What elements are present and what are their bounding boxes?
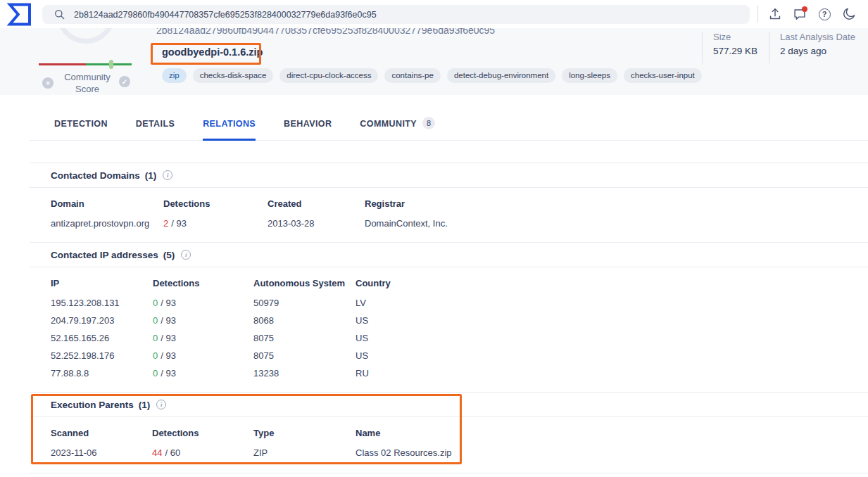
ip-link[interactable]: 204.79.197.203 [51, 315, 153, 326]
detections-value: 0/ 93 [153, 315, 253, 326]
tab-detection[interactable]: DETECTION [54, 118, 108, 141]
file-tag[interactable]: long-sleeps [562, 68, 617, 83]
execution-parents-section: Execution Parents (1) Scanned Detections… [30, 392, 868, 462]
score-slider-handle[interactable] [109, 60, 113, 69]
contacted-domains-title-row: Contacted Domains (1) [30, 163, 868, 188]
ip-link[interactable]: 77.88.8.8 [51, 368, 153, 379]
ip-link[interactable]: 195.123.208.131 [51, 298, 153, 308]
domain-link[interactable]: antizapret.prostovpn.org [51, 218, 163, 229]
column-header: Autonomous System [253, 278, 356, 288]
asn-value: 8068 [253, 315, 356, 326]
country-value: US [356, 333, 868, 343]
file-summary-header: Community Score 2b8124aad279860fb4904477… [0, 28, 868, 95]
file-tag[interactable]: direct-cpu-clock-access [279, 68, 378, 83]
tab-details[interactable]: DETAILS [136, 118, 175, 141]
file-tag[interactable]: checks-user-input [624, 68, 702, 83]
tab-community[interactable]: COMMUNITY 8 [360, 118, 435, 141]
country-value: RU [356, 368, 868, 379]
search-input[interactable] [74, 10, 741, 20]
file-tags: zip checks-disk-space direct-cpu-clock-a… [162, 68, 702, 83]
column-header: Created [268, 198, 365, 209]
virustotal-file-report-page: Community Score 2b8124aad279860fb4904477… [0, 0, 868, 477]
execution-parents-table: Scanned Detections Type Name 2023-11-06 … [30, 417, 868, 462]
asn-value: 13238 [253, 368, 356, 379]
detections-value: 0/ 93 [153, 368, 253, 379]
contacted-domains-table: Domain Detections Created Registrar anti… [30, 188, 868, 232]
file-tag[interactable]: detect-debug-environment [447, 68, 555, 83]
type-value: ZIP [253, 447, 356, 458]
topbar-actions [766, 5, 858, 23]
column-header: IP [51, 278, 153, 288]
column-header: Country [356, 278, 868, 288]
section-count: (5) [163, 250, 175, 260]
file-tag[interactable]: contains-pe [384, 68, 440, 83]
column-header: Registrar [365, 198, 868, 209]
country-value: US [356, 350, 868, 361]
created-value: 2013-03-28 [268, 218, 365, 229]
scanned-value: 2023-11-06 [51, 447, 152, 458]
notification-dot [802, 6, 807, 12]
file-name: goodbyedpi-0.1.6.zip [162, 46, 263, 58]
table-row: 77.88.8.8 0/ 93 13238 RU [51, 364, 868, 382]
size-value: 577.29 KB [713, 46, 757, 56]
detections-value: 0/ 93 [153, 298, 253, 308]
score-slider-red-segment [39, 63, 86, 65]
feedback-button[interactable] [791, 5, 809, 23]
asn-value: 8075 [253, 350, 356, 361]
info-icon[interactable] [163, 170, 172, 180]
table-header-row: Scanned Detections Type Name [51, 426, 868, 440]
section-title: Execution Parents [51, 400, 134, 410]
column-header: Scanned [51, 428, 152, 438]
upload-icon [767, 6, 783, 22]
column-header: Type [253, 428, 356, 438]
table-header-row: Domain Detections Created Registrar [51, 196, 868, 210]
upload-button[interactable] [766, 5, 784, 23]
table-header-row: IP Detections Autonomous System Country [51, 276, 868, 290]
table-row: 52.165.165.26 0/ 93 8075 US [51, 329, 868, 347]
help-button[interactable] [815, 5, 834, 23]
section-count: (1) [139, 400, 151, 410]
detections-value: 2/ 93 [163, 218, 268, 229]
search-bar[interactable] [42, 5, 750, 24]
vote-harmless-button[interactable] [119, 76, 130, 87]
detections-value: 0/ 93 [153, 350, 253, 361]
tab-relations[interactable]: RELATIONS [203, 118, 256, 141]
registrar-value: DomainContext, Inc. [365, 218, 868, 229]
tab-behavior[interactable]: BEHAVIOR [284, 118, 332, 141]
asn-value: 50979 [253, 298, 356, 308]
last-analysis-date-value: 2 days ago [780, 46, 826, 56]
execution-parents-title-row: Execution Parents (1) [30, 392, 868, 417]
topbar-divider [757, 6, 758, 23]
info-icon[interactable] [156, 400, 166, 409]
section-title: Contacted IP addresses [51, 250, 158, 260]
file-tag[interactable]: zip [162, 68, 187, 83]
community-score-label: Community Score [55, 71, 120, 95]
section-title: Contacted Domains [51, 170, 140, 181]
vt-logo-icon[interactable] [6, 2, 33, 27]
size-label: Size [713, 32, 731, 42]
column-header: Domain [51, 198, 163, 209]
column-header: Detections [152, 428, 253, 438]
parent-file-link[interactable]: Class 02 Resources.zip [356, 447, 868, 458]
contacted-ips-title-row: Contacted IP addresses (5) [30, 242, 868, 267]
section-divider [30, 473, 868, 473]
contacted-domains-section: Contacted Domains (1) Domain Detections … [30, 163, 868, 232]
top-navigation-bar [0, 0, 868, 28]
table-row: 195.123.208.131 0/ 93 50979 LV [51, 294, 868, 312]
table-row: antizapret.prostovpn.org 2/ 93 2013-03-2… [51, 215, 868, 232]
help-icon [819, 8, 831, 20]
asn-value: 8075 [253, 333, 356, 343]
contacted-ips-section: Contacted IP addresses (5) IP Detections… [30, 242, 868, 382]
meta-divider [769, 32, 769, 63]
contacted-ips-table: IP Detections Autonomous System Country … [30, 267, 868, 382]
file-tag[interactable]: checks-disk-space [193, 68, 274, 83]
country-value: US [356, 315, 868, 326]
theme-toggle-button[interactable] [840, 5, 858, 23]
ip-link[interactable]: 52.252.198.176 [51, 350, 153, 361]
column-header: Name [356, 428, 868, 438]
ip-link[interactable]: 52.165.165.26 [51, 333, 153, 343]
vote-malicious-button[interactable] [42, 77, 54, 89]
dark-mode-moon-icon [841, 6, 857, 22]
info-icon[interactable] [181, 250, 191, 260]
table-row: 204.79.197.203 0/ 93 8068 US [51, 312, 868, 329]
